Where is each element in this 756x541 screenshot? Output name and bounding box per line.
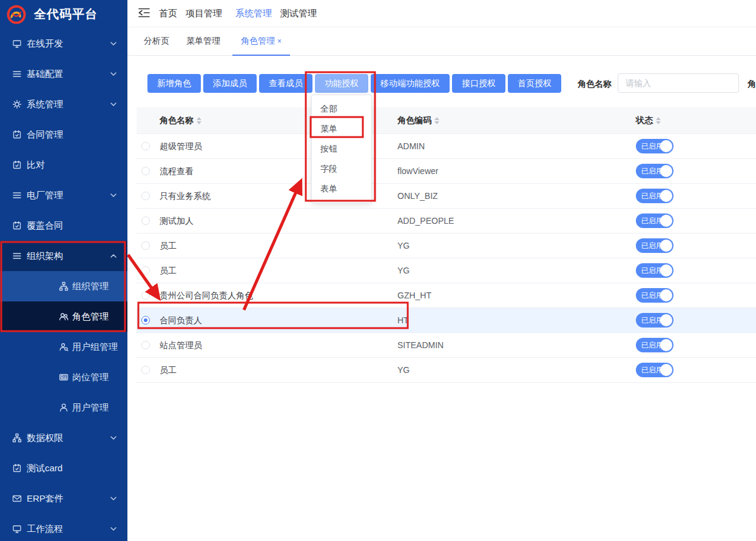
sidebar-subitem-user-mgmt[interactable]: 用户管理	[0, 392, 127, 423]
calendar-icon	[12, 221, 22, 230]
dropdown-item-form[interactable]: 表单	[312, 179, 371, 199]
sidebar-item-erp-suite[interactable]: ERP套件	[0, 483, 127, 514]
chevron-up-icon	[110, 254, 116, 258]
row-radio[interactable]	[141, 241, 150, 250]
sidebar-subitem-role-mgmt[interactable]: 角色管理	[0, 301, 127, 332]
status-toggle[interactable]: 已启用	[636, 189, 673, 203]
toggle-knob	[660, 314, 672, 326]
view-members-button[interactable]: 查看成员	[259, 74, 312, 93]
sidebar-item-compare[interactable]: 比对	[0, 150, 127, 180]
header-role-name: 角色名称	[160, 107, 201, 133]
status-toggle[interactable]: 已启用	[636, 164, 673, 178]
sidebar-subitem-org-mgmt[interactable]: 组织管理	[0, 271, 127, 301]
row-radio[interactable]	[141, 192, 150, 200]
tab-role-mgmt[interactable]: 角色管理×	[232, 27, 290, 56]
nav-item-project-mgmt[interactable]: 项目管理	[186, 0, 222, 27]
calendar-icon	[12, 463, 22, 473]
toggle-knob	[660, 240, 672, 252]
monitor-icon	[12, 39, 22, 49]
table-row[interactable]: 测试加人 ADD_PEOPLE 已启用	[137, 209, 756, 234]
nav-item-test-mgmt[interactable]: 测试管理	[280, 0, 317, 27]
sort-icon[interactable]	[434, 117, 439, 124]
user-group-icon	[59, 342, 69, 352]
chevron-down-icon	[110, 527, 116, 531]
sidebar-item-org-structure[interactable]: 组织架构	[0, 241, 127, 271]
mail-icon	[12, 494, 22, 503]
toggle-knob	[660, 364, 672, 376]
table-row[interactable]: 站点管理员 SITEADMIN 已启用	[137, 333, 756, 358]
mobile-function-auth-button[interactable]: 移动端功能授权	[371, 74, 450, 93]
sidebar-item-system-mgmt[interactable]: 系统管理	[0, 89, 127, 119]
row-radio[interactable]	[141, 266, 150, 275]
role-code-truncated-label: 角	[748, 79, 756, 90]
dropdown-item-field[interactable]: 字段	[312, 159, 371, 179]
row-radio[interactable]	[141, 217, 150, 225]
dropdown-item-all[interactable]: 全部	[312, 99, 371, 119]
tab-analysis-page[interactable]: 分析页	[144, 27, 169, 55]
table-row-selected[interactable]: 合同负责人 HT 已启用	[137, 308, 756, 333]
status-toggle[interactable]: 已启用	[636, 288, 673, 303]
status-toggle[interactable]: 已启用	[636, 313, 673, 328]
role-name-search-input[interactable]	[618, 73, 739, 93]
dropdown-item-button[interactable]: 按钮	[312, 139, 371, 159]
sidebar-item-workflow[interactable]: 工作流程	[0, 514, 127, 541]
tab-bar: 分析页 菜单管理 角色管理×	[127, 27, 756, 56]
table-row[interactable]: 超级管理员 ADMIN 已启用	[137, 134, 756, 159]
sidebar-item-data-permission[interactable]: 数据权限	[0, 423, 127, 453]
sidebar-item-contract-mgmt[interactable]: 合同管理	[0, 119, 127, 150]
header-role-code: 角色编码	[397, 107, 439, 133]
org-chart-icon	[12, 433, 22, 443]
chevron-down-icon	[110, 497, 116, 500]
status-toggle[interactable]: 已启用	[636, 263, 673, 278]
sidebar-subitem-user-group-mgmt[interactable]: 用户组管理	[0, 332, 127, 362]
nav-item-system-mgmt[interactable]: 系统管理	[235, 0, 272, 27]
table-row[interactable]: 只有业务系统 ONLY_BIZ 已启用	[137, 184, 756, 209]
menu-icon	[12, 190, 22, 200]
nav-item-home[interactable]: 首页	[159, 0, 177, 27]
chevron-down-icon	[110, 193, 116, 197]
table-header: 角色名称 角色编码 状态	[137, 107, 756, 134]
function-auth-button[interactable]: 功能授权	[315, 74, 368, 93]
table-row[interactable]: 员工 YG 已启用	[137, 358, 756, 383]
table-row[interactable]: 员工 YG 已启用	[137, 234, 756, 258]
row-radio-checked[interactable]	[141, 316, 150, 324]
calendar-icon	[12, 160, 22, 170]
api-auth-button[interactable]: 接口授权	[452, 74, 505, 93]
row-radio[interactable]	[141, 366, 150, 374]
status-toggle[interactable]: 已启用	[636, 238, 673, 253]
status-toggle[interactable]: 已启用	[636, 139, 673, 153]
sidebar-item-cover-contract[interactable]: 覆盖合同	[0, 210, 127, 241]
role-name-search-label: 角色名称	[578, 79, 612, 90]
gear-icon	[12, 99, 22, 109]
sidebar-item-online-dev[interactable]: 在线开发	[0, 29, 127, 59]
sort-icon[interactable]	[656, 117, 661, 124]
sort-icon[interactable]	[197, 117, 201, 124]
dropdown-item-menu[interactable]: 菜单	[312, 119, 371, 139]
sidebar-item-power-plant-mgmt[interactable]: 电厂管理	[0, 180, 127, 210]
table-row[interactable]: 流程查看 flowViewer 已启用	[137, 159, 756, 184]
table-row[interactable]: 贵州公司合同负责人角色 GZH_HT 已启用	[137, 283, 756, 308]
row-radio[interactable]	[141, 167, 150, 175]
chevron-down-icon	[110, 72, 116, 76]
row-radio[interactable]	[141, 341, 150, 349]
tab-close-icon[interactable]: ×	[277, 37, 282, 45]
sidebar-fold-icon[interactable]	[138, 8, 150, 18]
sidebar-subitem-post-mgmt[interactable]: 岗位管理	[0, 362, 127, 392]
sidebar-item-test-card[interactable]: 测试card	[0, 453, 127, 483]
tab-menu-mgmt[interactable]: 菜单管理	[186, 27, 220, 55]
row-radio[interactable]	[141, 142, 150, 150]
status-toggle[interactable]: 已启用	[636, 213, 673, 228]
sidebar-item-basic-config[interactable]: 基础配置	[0, 59, 127, 89]
toggle-knob	[660, 215, 672, 227]
toggle-knob	[660, 264, 672, 277]
row-radio[interactable]	[141, 291, 150, 300]
home-auth-button[interactable]: 首页授权	[508, 74, 561, 93]
status-toggle[interactable]: 已启用	[636, 338, 673, 352]
chevron-down-icon	[110, 102, 116, 106]
status-toggle[interactable]: 已启用	[636, 363, 673, 377]
table-row[interactable]: 员工 YG 已启用	[137, 258, 756, 283]
calendar-icon	[12, 130, 22, 139]
add-member-button[interactable]: 添加成员	[203, 74, 257, 93]
add-role-button[interactable]: 新增角色	[147, 74, 201, 93]
menu-icon	[12, 251, 22, 261]
